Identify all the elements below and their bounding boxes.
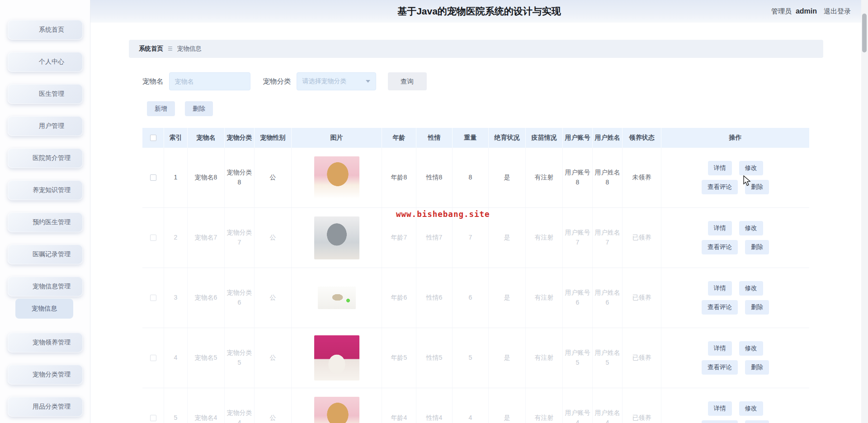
cell-领养状态: 已领养 (623, 328, 661, 388)
cell-宠物分类: 宠物分类4 (225, 388, 255, 423)
actions-cell: 详情修改查看评论删除 (661, 328, 809, 388)
view-comments-button[interactable]: 查看评论 (702, 420, 738, 423)
detail-button[interactable]: 详情 (708, 281, 732, 296)
pet-image-cell (292, 388, 382, 423)
cell-年龄: 年龄8 (382, 148, 416, 207)
cell-绝育状况: 是 (489, 208, 526, 268)
table-header-row: 索引宠物名宠物分类宠物性别图片年龄性情重量绝育状况疫苗情况用户账号用户姓名领养状… (142, 128, 809, 148)
detail-button[interactable]: 详情 (708, 401, 732, 416)
column-header-领养状态: 领养状态 (623, 128, 661, 148)
cell-用户账号: 用户账号8 (563, 148, 593, 207)
add-button[interactable]: 新增 (147, 101, 175, 116)
cell-领养状态: 已领养 (623, 208, 661, 268)
search-form: 宠物名 宠物分类 请选择宠物分类 查询 (142, 72, 427, 90)
cell-重量: 4 (453, 388, 489, 423)
row-checkbox[interactable] (150, 295, 156, 301)
select-all-checkbox[interactable] (150, 135, 156, 141)
delete-button[interactable]: 删除 (185, 101, 213, 116)
row-delete-button[interactable]: 删除 (745, 300, 769, 315)
column-header-图片: 图片 (292, 128, 382, 148)
username-label: admin (796, 7, 817, 15)
sidebar-item-3[interactable]: 医生管理 (8, 84, 83, 104)
page-title: 基于Java的宠物医院系统的设计与实现 (90, 0, 868, 23)
cell-索引: 1 (164, 148, 188, 207)
page-scrollbar[interactable] (861, 0, 868, 423)
row-delete-button[interactable]: 删除 (745, 360, 769, 375)
view-comments-button[interactable]: 查看评论 (702, 300, 738, 315)
cell-用户账号: 用户账号6 (563, 268, 593, 328)
row-checkbox[interactable] (150, 235, 156, 241)
row-checkbox[interactable] (150, 415, 156, 421)
breadcrumb-home[interactable]: 系统首页 (139, 45, 163, 53)
query-button[interactable]: 查询 (388, 72, 427, 90)
cell-用户姓名: 用户姓名7 (593, 208, 623, 268)
cell-索引: 4 (164, 328, 188, 388)
edit-button[interactable]: 修改 (739, 161, 763, 175)
watermark-text: www.bishebang.site (396, 210, 490, 219)
cell-用户账号: 用户账号5 (563, 328, 593, 388)
cell-绝育状况: 是 (489, 148, 526, 207)
view-comments-button[interactable]: 查看评论 (702, 240, 738, 254)
sidebar-item-12[interactable]: 用品分类管理 (8, 397, 83, 417)
cell-宠物分类: 宠物分类5 (225, 328, 255, 388)
detail-button[interactable]: 详情 (708, 221, 732, 235)
cell-用户账号: 用户账号7 (563, 208, 593, 268)
sidebar-item-7[interactable]: 预约医生管理 (8, 212, 83, 232)
edit-button[interactable]: 修改 (739, 341, 763, 356)
column-header-宠物名: 宠物名 (188, 128, 225, 148)
scrollbar-thumb[interactable] (862, 14, 867, 52)
breadcrumb-current: 宠物信息 (177, 45, 202, 53)
detail-button[interactable]: 详情 (708, 161, 732, 175)
table-toolbar: 新增 删除 (147, 101, 213, 116)
cell-年龄: 年龄4 (382, 388, 416, 423)
column-header-性情: 性情 (416, 128, 453, 148)
column-header-绝育状况: 绝育状况 (489, 128, 526, 148)
pet-category-select[interactable]: 请选择宠物分类 (297, 72, 376, 90)
sidebar-item-9[interactable]: 宠物信息管理 (8, 277, 83, 296)
cell-宠物分类: 宠物分类7 (225, 208, 255, 268)
cell-索引: 5 (164, 388, 188, 423)
view-comments-button[interactable]: 查看评论 (702, 180, 738, 194)
column-header-用户账号: 用户账号 (563, 128, 593, 148)
pet-image-cell (292, 148, 382, 207)
cell-性情: 性情8 (416, 148, 453, 207)
detail-button[interactable]: 详情 (708, 341, 732, 356)
view-comments-button[interactable]: 查看评论 (702, 360, 738, 375)
cell-疫苗情况: 有注射 (526, 268, 563, 328)
sidebar-item-11[interactable]: 宠物分类管理 (8, 365, 83, 385)
sidebar-subitem-宠物信息[interactable]: 宠物信息 (15, 299, 73, 319)
pet-name-input[interactable] (169, 72, 250, 90)
row-delete-button[interactable]: 删除 (745, 240, 769, 254)
pet-table: 索引宠物名宠物分类宠物性别图片年龄性情重量绝育状况疫苗情况用户账号用户姓名领养状… (142, 128, 809, 423)
table-row-3: 3宠物名6宠物分类6公年龄6性情66是有注射用户账号6用户姓名6已领养详情修改查… (142, 268, 809, 328)
logout-link[interactable]: 退出登录 (824, 7, 851, 16)
pet-name-label: 宠物名 (142, 77, 164, 86)
sidebar-item-4[interactable]: 用户管理 (8, 116, 83, 136)
actions-cell: 详情修改查看评论删除 (661, 148, 809, 207)
sidebar-item-6[interactable]: 养宠知识管理 (8, 180, 83, 200)
column-header-索引: 索引 (164, 128, 188, 148)
cell-用户账号: 用户账号4 (563, 388, 593, 423)
pet-category-label: 宠物分类 (263, 77, 291, 86)
cell-用户姓名: 用户姓名5 (593, 328, 623, 388)
cell-年龄: 年龄6 (382, 268, 416, 328)
pet-image-cell (292, 208, 382, 268)
row-checkbox[interactable] (150, 174, 156, 181)
cell-宠物性别: 公 (255, 148, 292, 207)
cell-宠物名: 宠物名6 (188, 268, 225, 328)
row-delete-button[interactable]: 删除 (745, 420, 769, 423)
sidebar-item-5[interactable]: 医院简介管理 (8, 148, 83, 168)
sidebar-item-8[interactable]: 医嘱记录管理 (8, 244, 83, 264)
sidebar-item-10[interactable]: 宠物领养管理 (8, 333, 83, 352)
pet-photo-rabbit-with-cart (318, 287, 356, 309)
edit-button[interactable]: 修改 (739, 281, 763, 296)
sidebar-item-2[interactable]: 个人中心 (8, 52, 83, 72)
column-header-疫苗情况: 疫苗情况 (526, 128, 563, 148)
cell-性情: 性情6 (416, 268, 453, 328)
edit-button[interactable]: 修改 (739, 401, 763, 416)
row-checkbox[interactable] (150, 355, 156, 361)
edit-button[interactable]: 修改 (739, 221, 763, 235)
row-checkbox-cell (142, 268, 164, 328)
cell-绝育状况: 是 (489, 388, 526, 423)
sidebar-item-1[interactable]: 系统首页 (8, 20, 83, 40)
